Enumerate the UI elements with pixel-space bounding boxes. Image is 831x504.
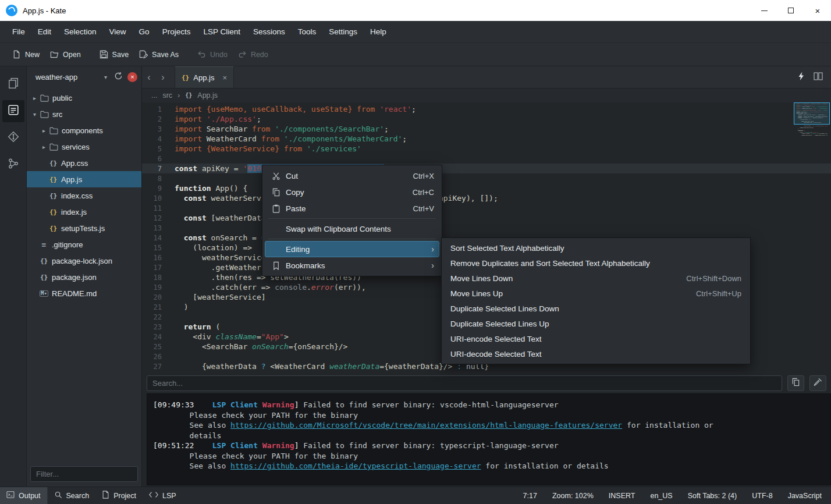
status-cursor-position[interactable]: 7:17 (523, 492, 537, 500)
tab-app-js[interactable]: {} App.js × (175, 66, 234, 88)
line-number: 23 (142, 323, 162, 331)
code-line-12[interactable]: 12 const [weatherData, setWeatherData] =… (142, 213, 831, 223)
chevron-right-icon[interactable]: ▸ (40, 144, 48, 150)
menu-view[interactable]: View (103, 23, 133, 40)
project-selector[interactable]: weather-app ▾ (31, 70, 109, 84)
output-link[interactable]: https://github.com/Microsoft/vscode/tree… (230, 421, 622, 430)
status-syntax-mode[interactable]: JavaScript (788, 492, 822, 500)
toolbar-save-button[interactable]: Save (94, 46, 134, 63)
submenu-uri-decode-selected-text[interactable]: URI-decode Selected Text (444, 346, 748, 361)
context-menu-cut[interactable]: CutCtrl+X (265, 168, 439, 184)
menu-sessions[interactable]: Sessions (247, 23, 292, 40)
context-menu-editing[interactable]: Editing› (265, 241, 439, 257)
code-line-6[interactable]: 6 (142, 154, 831, 164)
submenu-uri-encode-selected-text[interactable]: URI-encode Selected Text (444, 331, 748, 346)
status-zoom-level[interactable]: Zoom: 102% (552, 492, 594, 500)
quick-open-icon[interactable] (797, 72, 805, 83)
menu-help[interactable]: Help (364, 23, 393, 40)
tree-item-components[interactable]: ▸components (27, 122, 141, 139)
sidebar-documents-button[interactable] (2, 73, 24, 95)
status-dictionary[interactable]: en_US (650, 492, 672, 500)
back-button[interactable]: ‹ (142, 72, 156, 83)
code-line-11[interactable]: 11 (142, 203, 831, 213)
tree-item-index-css[interactable]: {}index.css (27, 187, 141, 204)
output-log[interactable]: [09:49:33 LSP Client Warning] Failed to … (147, 393, 831, 485)
menu-go[interactable]: Go (133, 23, 156, 40)
status-tab-settings[interactable]: Soft Tabs: 2 (4) (688, 492, 737, 500)
statusbar-tab-search[interactable]: Search (48, 487, 96, 504)
menu-projects[interactable]: Projects (156, 23, 197, 40)
menu-settings[interactable]: Settings (322, 23, 364, 40)
menu-lsp-client[interactable]: LSP Client (197, 23, 247, 40)
forward-button[interactable]: › (156, 72, 170, 83)
breadcrumb-src[interactable]: src (162, 91, 172, 100)
tree-item-src[interactable]: ▾src (27, 106, 141, 122)
output-link[interactable]: https://github.com/theia-ide/typescript-… (230, 462, 481, 470)
sidebar-git-button[interactable] (2, 127, 24, 149)
code-line-9[interactable]: 9function App() { (142, 183, 831, 193)
toolbar-save-as-button[interactable]: Save As (134, 46, 184, 63)
menu-file[interactable]: File (6, 23, 31, 40)
code-line-5[interactable]: 5import {WeatherService} from './service… (142, 144, 831, 154)
submenu-duplicate-selected-lines-down[interactable]: Duplicate Selected Lines Down (444, 301, 748, 316)
code-line-3[interactable]: 3import SearchBar from './components/Sea… (142, 124, 831, 134)
submenu-move-lines-up[interactable]: Move Lines UpCtrl+Shift+Up (444, 286, 748, 301)
menu-tools[interactable]: Tools (292, 23, 323, 40)
sidebar-file-tree-button[interactable] (2, 100, 24, 122)
chevron-right-icon[interactable]: ▸ (30, 95, 39, 101)
refresh-project-button[interactable] (113, 72, 124, 83)
context-menu-bookmarks[interactable]: Bookmarks› (265, 257, 439, 274)
tree-item-index-js[interactable]: {}index.js (27, 204, 141, 220)
toolbar-new-button[interactable]: New (7, 46, 45, 63)
sidebar-symbols-button[interactable] (2, 154, 24, 176)
submenu-remove-duplicates-and-sort-selected-text-alphabetically[interactable]: Remove Duplicates and Sort Selected Text… (444, 255, 748, 271)
split-view-icon[interactable] (814, 72, 823, 83)
minimap[interactable]: import {useMemo, useCallback, useState} … (796, 104, 828, 137)
code-line-7[interactable]: 7const apiKey = '01070010b0-165-27-54040… (142, 164, 831, 173)
context-menu-copy[interactable]: CopyCtrl+C (265, 184, 439, 200)
breadcrumb-file[interactable]: App.js (197, 91, 218, 100)
context-menu-swap-with-clipboard-contents[interactable]: Swap with Clipboard Contents (265, 221, 439, 237)
submenu-move-lines-down[interactable]: Move Lines DownCtrl+Shift+Down (444, 271, 748, 286)
submenu-sort-selected-text-alphabetically[interactable]: Sort Selected Text Alphabetically (444, 240, 748, 255)
tree-item-services[interactable]: ▸services (27, 139, 141, 155)
chevron-down-icon[interactable]: ▾ (30, 111, 39, 118)
code-line-4[interactable]: 4import WeatherCard from './components/W… (142, 134, 831, 144)
tree-item-package-lock-json[interactable]: {}package-lock.json (27, 253, 141, 269)
status-input-mode[interactable]: INSERT (609, 492, 635, 500)
filter-input[interactable] (30, 466, 138, 482)
code-line-8[interactable]: 8 (142, 173, 831, 183)
tree-item-app-css[interactable]: {}App.css (27, 155, 141, 171)
close-button[interactable]: × (804, 0, 831, 21)
tab-close-icon[interactable]: × (222, 73, 227, 82)
statusbar-tab-lsp[interactable]: LSP (143, 487, 183, 504)
tree-item-label: public (52, 94, 72, 102)
minimap-viewport[interactable] (794, 102, 830, 125)
code-line-10[interactable]: 10 const weatherService = useMemo(() => … (142, 193, 831, 203)
breadcrumb-more[interactable]: ... (151, 91, 157, 100)
tree-item-package-json[interactable]: {}package.json (27, 269, 141, 285)
tree-item-gitignore[interactable]: ≡.gitignore (27, 236, 141, 253)
code-line-1[interactable]: 1import {useMemo, useCallback, useState}… (142, 104, 831, 114)
minimize-button[interactable] (751, 0, 777, 21)
tree-item-public[interactable]: ▸public (27, 90, 141, 106)
code-line-2[interactable]: 2import './App.css'; (142, 114, 831, 124)
menu-edit[interactable]: Edit (31, 23, 58, 40)
maximize-button[interactable] (777, 0, 804, 21)
status-encoding[interactable]: UTF-8 (752, 492, 772, 500)
close-project-button[interactable]: × (127, 72, 137, 82)
chevron-right-icon[interactable]: ▸ (40, 127, 48, 134)
search-input[interactable] (147, 375, 782, 391)
tree-item-readme-md[interactable]: M▾README.md (27, 285, 141, 301)
tree-item-app-js[interactable]: {}App.js (27, 171, 141, 187)
submenu-duplicate-selected-lines-up[interactable]: Duplicate Selected Lines Up (444, 316, 748, 331)
tree-item-setuptests-js[interactable]: {}setupTests.js (27, 220, 141, 236)
statusbar-tab-output[interactable]: Output (0, 487, 48, 504)
statusbar-tab-project[interactable]: Project (95, 487, 143, 504)
clear-output-button[interactable] (809, 375, 826, 391)
toolbar-open-button[interactable]: Open (45, 46, 86, 63)
code-line-13[interactable]: 13 (142, 223, 831, 233)
context-menu-paste[interactable]: PasteCtrl+V (265, 200, 439, 216)
menu-selection[interactable]: Selection (58, 23, 103, 40)
copy-output-button[interactable] (787, 375, 804, 391)
